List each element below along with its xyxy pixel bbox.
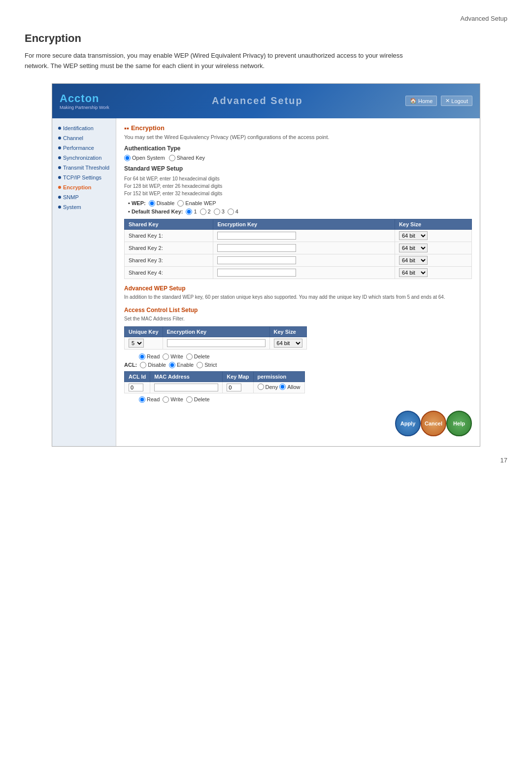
sidebar-label-performance: Performance	[63, 145, 94, 151]
acl-delete-radio[interactable]	[186, 396, 193, 403]
sidebar-item-snmp[interactable]: SNMP	[52, 192, 116, 202]
sidebar-item-identification[interactable]: Identification	[52, 123, 116, 133]
sidebar-dot	[58, 146, 61, 149]
shared-key-3-input-cell	[213, 254, 395, 266]
sidebar-dot	[58, 156, 61, 159]
sidebar-label-synchronization: Synchronization	[63, 155, 101, 161]
acl-allow-radio[interactable]	[279, 384, 286, 390]
sidebar-label-system: System	[63, 204, 81, 210]
sidebar-item-tcp-ip-settings[interactable]: TCP/IP Settings	[52, 173, 116, 182]
help-button[interactable]: Help	[446, 411, 472, 436]
page-number: 17	[25, 457, 507, 464]
acl-write-radio[interactable]	[163, 396, 169, 403]
logout-button[interactable]: ✕ Logout	[441, 96, 472, 106]
acl-disable-radio[interactable]	[140, 362, 146, 368]
main-content: ▪▪ Encryption You may set the Wired Equi…	[116, 118, 480, 446]
router-logo: Accton Making Partnership Work	[60, 92, 109, 110]
shared-key-label[interactable]: Shared Key	[169, 155, 205, 161]
def-key-2-radio[interactable]	[200, 209, 206, 215]
shared-key-1-input[interactable]	[217, 232, 296, 240]
acl-deny-radio[interactable]	[258, 384, 264, 390]
sidebar-item-system[interactable]: System	[52, 202, 116, 212]
auth-type-title: Authentication Type	[124, 145, 472, 152]
shared-key-3-size-select[interactable]: 64 bit128 bit152 bit	[399, 256, 428, 265]
open-system-label[interactable]: Open System	[124, 155, 165, 161]
shared-key-2-input[interactable]	[217, 244, 296, 252]
table-row: Shared Key 1: 64 bit128 bit152 bit	[125, 229, 472, 242]
acl-table-row: Deny Allow	[125, 382, 305, 393]
shared-key-1-label: Shared Key 1:	[125, 229, 213, 242]
unique-key-row: 5678 64 bit128 bit152 bit	[125, 337, 307, 349]
acl-id-input[interactable]	[129, 384, 143, 391]
shared-key-2-size-select[interactable]: 64 bit128 bit152 bit	[399, 244, 428, 252]
shared-key-4-input[interactable]	[217, 269, 296, 277]
acl-permission-cell: Deny Allow	[253, 382, 304, 393]
router-header-title: Advanced Setup	[212, 95, 303, 106]
shared-key-3-label: Shared Key 3:	[125, 254, 213, 266]
sidebar-item-transmit-threshold[interactable]: Transmit Threshold	[52, 163, 116, 173]
acl-keymap-input[interactable]	[227, 384, 241, 391]
acl-label: ACL:	[124, 362, 137, 368]
sidebar-label-identification: Identification	[63, 125, 94, 131]
sidebar-label-tcp-ip: TCP/IP Settings	[63, 175, 101, 180]
col-acl-id: ACL Id	[125, 371, 150, 382]
shared-key-2-size-cell: 64 bit128 bit152 bit	[395, 242, 471, 254]
cancel-button[interactable]: Cancel	[421, 411, 446, 436]
wep-hints: For 64 bit WEP, enter 10 hexadecimal dig…	[124, 175, 472, 197]
acl-table: ACL Id MAC Address Key Map permission	[124, 371, 305, 393]
unique-key-size-cell: 64 bit128 bit152 bit	[269, 337, 306, 349]
brand-tagline: Making Partnership Work	[60, 105, 109, 110]
shared-key-3-size-cell: 64 bit128 bit152 bit	[395, 254, 471, 266]
unique-key-table: Unique Key Encryption Key Key Size 5678	[124, 326, 307, 350]
shared-key-radio[interactable]	[169, 155, 175, 161]
sidebar-item-channel[interactable]: Channel	[52, 133, 116, 143]
sidebar-label-transmit-threshold: Transmit Threshold	[63, 165, 109, 171]
wep-enable-radio[interactable]	[177, 200, 184, 207]
col-key-size: Key Size	[395, 219, 471, 229]
advanced-wep-desc: In addition to the standard WEP key, 60 …	[124, 293, 472, 301]
unique-key-input[interactable]	[167, 339, 266, 347]
acl-rwd-row: Read Write Delete	[139, 396, 472, 403]
auth-type-row: Open System Shared Key	[124, 155, 472, 161]
sidebar-item-performance[interactable]: Performance	[52, 143, 116, 153]
def-key-4-radio[interactable]	[228, 209, 234, 215]
sidebar-dot	[58, 137, 61, 140]
acl-enable-radio[interactable]	[169, 362, 175, 368]
def-key-3-radio[interactable]	[214, 209, 220, 215]
shared-key-4-label: Shared Key 4:	[125, 266, 213, 279]
def-key-1-radio[interactable]	[186, 209, 192, 215]
wep-enable-label[interactable]: Enable WEP	[177, 200, 216, 207]
sidebar-dot	[58, 206, 61, 209]
col-mac-address: MAC Address	[150, 371, 223, 382]
page-title: Encryption	[25, 32, 507, 45]
uk-read-radio[interactable]	[139, 353, 145, 360]
uk-write-radio[interactable]	[163, 353, 169, 360]
section-title-icon: ▪▪	[124, 124, 129, 132]
unique-key-input-cell	[163, 337, 269, 349]
unique-key-size-select[interactable]: 64 bit128 bit152 bit	[274, 339, 302, 348]
apply-button[interactable]: Apply	[395, 411, 421, 436]
sidebar-dot	[58, 166, 61, 169]
shared-key-1-size-select[interactable]: 64 bit128 bit152 bit	[399, 231, 428, 240]
section-subtitle: You may set the Wired Equivalency Privac…	[124, 134, 472, 140]
acl-strict-radio[interactable]	[197, 362, 203, 368]
wep-disable-radio[interactable]	[149, 200, 155, 207]
col-unique-key: Unique Key	[125, 326, 163, 337]
wep-disable-label[interactable]: Disable	[149, 200, 175, 207]
home-button[interactable]: 🏠 Home	[405, 96, 437, 106]
open-system-radio[interactable]	[124, 155, 131, 161]
col-permission: permission	[253, 371, 304, 382]
page-section-label: Advanced Setup	[25, 15, 507, 22]
shared-key-3-input[interactable]	[217, 256, 296, 264]
table-row: Shared Key 4: 64 bit128 bit152 bit	[125, 266, 472, 279]
shared-key-4-size-select[interactable]: 64 bit128 bit152 bit	[399, 268, 428, 277]
shared-key-2-input-cell	[213, 242, 395, 254]
acl-read-radio[interactable]	[139, 396, 145, 403]
acl-mac-input[interactable]	[154, 384, 218, 391]
sidebar-item-synchronization[interactable]: Synchronization	[52, 153, 116, 163]
unique-key-select[interactable]: 5678	[129, 339, 144, 348]
sidebar-item-encryption[interactable]: Encryption	[52, 182, 116, 192]
acl-setup-desc: Set the MAC Address Filter.	[124, 315, 472, 322]
uk-delete-radio[interactable]	[186, 353, 193, 360]
logout-icon: ✕	[445, 98, 450, 104]
